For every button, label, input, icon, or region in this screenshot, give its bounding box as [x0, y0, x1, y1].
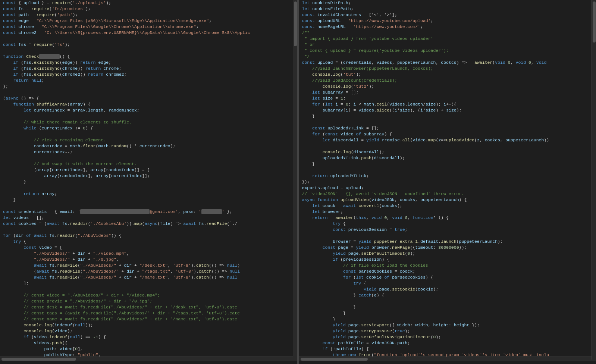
- left-scrollbar-y[interactable]: [293, 0, 297, 360]
- right-scrollbar-x[interactable]: [299, 357, 596, 361]
- right-scrollbar-thumb-y[interactable]: [593, 1, 596, 43]
- right-scrollbar-y[interactable]: [592, 0, 596, 360]
- right-code-content: let cookiesDirPath; let cookiesFilePath;…: [299, 0, 596, 357]
- left-scrollbar-thumb-x[interactable]: [1, 358, 76, 361]
- right-scrollbar-thumb-x[interactable]: [301, 358, 368, 361]
- left-scrollbar-thumb-y[interactable]: [294, 1, 297, 46]
- left-code-scroll[interactable]: const { upload } = require('./upload.js'…: [0, 0, 297, 357]
- editor-container: const { upload } = require('./upload.js'…: [0, 0, 596, 364]
- left-code-content: const { upload } = require('./upload.js'…: [0, 0, 297, 357]
- left-code-pane: const { upload } = require('./upload.js'…: [0, 0, 298, 364]
- left-scrollbar-x[interactable]: [0, 357, 297, 361]
- right-code-scroll[interactable]: let cookiesDirPath; let cookiesFilePath;…: [299, 0, 596, 357]
- right-code-pane: let cookiesDirPath; let cookiesFilePath;…: [299, 0, 596, 364]
